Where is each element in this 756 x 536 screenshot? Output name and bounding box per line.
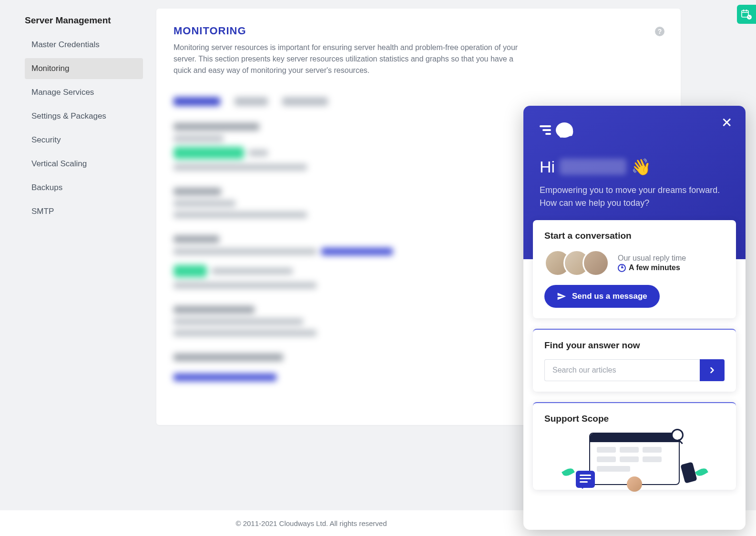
svg-rect-6 [542,129,551,131]
sidebar-title: Server Management [25,15,143,26]
clock-icon [618,264,626,272]
calendar-phone-icon [741,9,752,20]
chat-widget: ✕ Hi 👋 Empowering you to move your dream… [523,106,746,530]
svg-point-4 [747,15,752,20]
help-icon[interactable]: ? [655,27,664,36]
sidebar-item-label: Manage Services [31,88,94,97]
greeting-name-redacted [560,159,626,175]
page-description: Monitoring server resources is important… [174,42,531,76]
sidebar-item-manage-services[interactable]: Manage Services [25,82,143,103]
send-message-button[interactable]: Send us a message [544,285,660,308]
sidebar-item-backups[interactable]: Backups [25,177,143,198]
sidebar-item-security[interactable]: Security [25,130,143,151]
reply-time-label: Our usual reply time [618,254,686,263]
chevron-right-icon [707,365,717,375]
send-button-label: Send us a message [572,292,647,301]
agent-avatars [544,250,609,276]
brand-logo-icon [540,120,729,139]
sidebar: Server Management Master Credentials Mon… [0,0,148,536]
sidebar-item-label: Monitoring [31,64,69,73]
search-input[interactable] [544,359,700,381]
sidebar-item-monitoring[interactable]: Monitoring [25,58,143,79]
footer-copyright: © 2011-2021 Cloudways Ltd. All rights re… [235,519,387,527]
reply-time-value: A few minutes [629,263,680,272]
chat-subtitle: Empowering you to move your dreams forwa… [540,184,729,210]
search-title: Find your answer now [544,340,725,351]
sidebar-item-vertical-scaling[interactable]: Vertical Scaling [25,153,143,174]
sidebar-item-label: Vertical Scaling [31,159,87,168]
wave-icon: 👋 [631,157,651,176]
conversation-card: Start a conversation Our usual reply tim… [533,220,736,318]
support-scope-illustration [544,433,725,490]
conversation-title: Start a conversation [544,231,725,241]
svg-point-8 [556,122,573,138]
search-submit-button[interactable] [700,359,725,381]
avatar [582,250,609,276]
support-scope-title: Support Scope [544,414,725,424]
svg-rect-7 [545,133,551,135]
book-call-button[interactable] [737,5,756,24]
sidebar-item-label: Master Credentials [31,40,100,49]
svg-rect-5 [540,125,551,127]
sidebar-item-label: Settings & Packages [31,111,106,121]
send-icon [557,292,566,301]
sidebar-item-smtp[interactable]: SMTP [25,201,143,222]
sidebar-item-master-credentials[interactable]: Master Credentials [25,34,143,55]
search-card: Find your answer now [533,329,736,392]
sidebar-item-label: SMTP [31,207,54,216]
greeting-hi: Hi [540,158,555,176]
close-icon[interactable]: ✕ [721,116,732,130]
sidebar-item-label: Backups [31,183,62,192]
sidebar-item-settings-packages[interactable]: Settings & Packages [25,106,143,127]
page-title: MONITORING [174,25,664,37]
chat-greeting: Hi 👋 [540,157,729,176]
sidebar-item-label: Security [31,135,61,144]
support-scope-card[interactable]: Support Scope [533,402,736,490]
